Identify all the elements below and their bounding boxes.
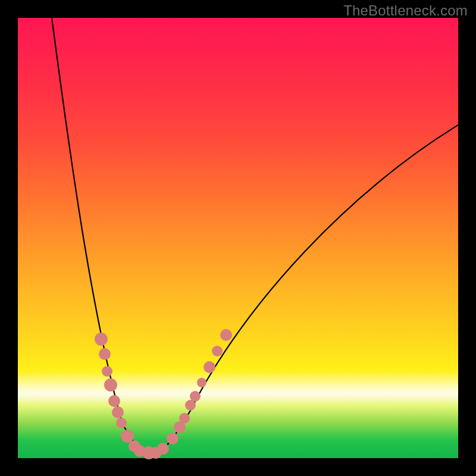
data-marker: [179, 413, 190, 424]
data-marker: [203, 361, 215, 373]
data-marker: [102, 366, 112, 377]
data-marker: [197, 378, 206, 387]
watermark-text: TheBottleneck.com: [343, 2, 468, 19]
chart-container: TheBottleneck.com: [0, 0, 476, 476]
data-marker: [212, 346, 223, 356]
data-marker: [99, 348, 111, 360]
data-marker: [116, 418, 127, 428]
plot-area: [18, 18, 458, 458]
data-marker: [157, 443, 169, 455]
data-marker: [108, 395, 120, 407]
data-marker: [104, 378, 117, 392]
data-marker: [190, 391, 201, 402]
data-marker: [220, 329, 232, 341]
data-marker: [112, 406, 124, 418]
data-marker: [167, 433, 178, 444]
data-marker: [95, 333, 108, 346]
markers-layer: [18, 18, 458, 458]
